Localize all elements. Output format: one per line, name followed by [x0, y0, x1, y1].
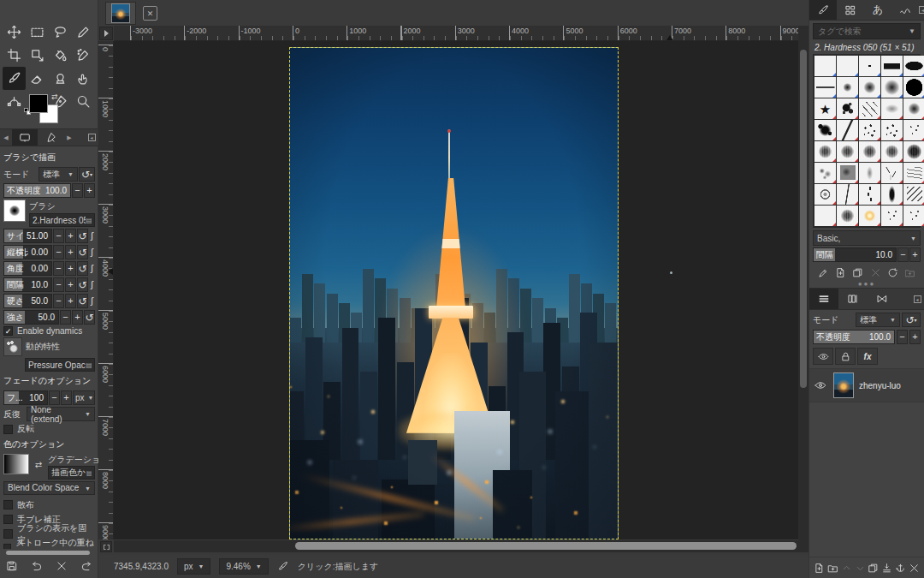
paths-tool[interactable] — [3, 90, 26, 113]
slider[interactable]: 縦横比0.00 — [3, 245, 52, 259]
decrease-button[interactable]: − — [53, 245, 64, 259]
increase-button[interactable]: + — [72, 310, 83, 325]
option-checkbox[interactable]: 散布 — [3, 498, 95, 511]
brush-cell[interactable] — [814, 120, 836, 140]
spacing-increase-button[interactable]: + — [909, 247, 921, 262]
brush-preview[interactable] — [3, 200, 26, 222]
brush-cell[interactable] — [814, 184, 836, 205]
blend-color-space-dropdown[interactable]: Blend Color Space 知覚的...▼ — [3, 481, 95, 495]
gradient-field[interactable]: 描画色から▤ — [48, 466, 95, 480]
brush-cell[interactable] — [859, 206, 880, 226]
delete-layer-button[interactable] — [908, 560, 921, 575]
brush-cell[interactable] — [881, 77, 903, 98]
paintbrush-tool[interactable] — [3, 67, 26, 90]
curve-icon[interactable]: ʃ — [89, 277, 95, 292]
clone-tool[interactable] — [49, 67, 72, 90]
gradient-preview[interactable] — [3, 454, 29, 474]
mode-dropdown[interactable]: 標準▼ — [38, 167, 78, 182]
dock-tabs-right-arrow[interactable]: ▶ — [63, 129, 75, 146]
canvas-image[interactable] — [289, 47, 619, 539]
slider[interactable]: 角度0.00 — [3, 261, 52, 276]
brushes-tab[interactable] — [809, 0, 837, 20]
reset-button[interactable]: ↺ — [84, 310, 95, 325]
curve-icon[interactable]: ʃ — [89, 261, 95, 276]
brush-cell[interactable] — [814, 206, 836, 226]
transform-tool[interactable] — [26, 44, 49, 67]
free-select-tool[interactable] — [49, 21, 72, 44]
merge-down-button[interactable] — [880, 560, 893, 575]
canvas-viewport[interactable] — [114, 41, 798, 539]
search-expand-icon[interactable]: ▼ — [909, 27, 915, 35]
curve-icon[interactable]: ʃ — [89, 294, 95, 308]
layers-tab[interactable] — [809, 289, 838, 309]
brush-cell[interactable] — [903, 163, 924, 183]
layer-row[interactable]: zhenyu-luo — [809, 369, 924, 402]
increase-button[interactable]: + — [65, 229, 76, 243]
ruler-corner-menu[interactable] — [99, 27, 113, 40]
panel-resize-handle[interactable] — [6, 551, 90, 555]
option-checkbox[interactable]: ストローク中の重ね塗り — [3, 542, 95, 549]
fonts-tab[interactable]: あ — [864, 0, 891, 20]
measure-tool[interactable] — [72, 21, 95, 44]
zoom-dropdown[interactable]: 9.46%▼ — [219, 558, 268, 575]
fade-decrease-button[interactable]: − — [49, 390, 60, 405]
layer-opacity-decrease-button[interactable]: − — [897, 330, 908, 344]
brush-cell[interactable] — [903, 98, 924, 119]
increase-button[interactable]: + — [65, 245, 76, 259]
brush-name-field[interactable]: 2.Hardness 050▤ — [29, 213, 95, 227]
brush-cell[interactable] — [881, 98, 903, 119]
lock-visibility-toggle[interactable] — [813, 348, 833, 365]
brush-cell[interactable] — [859, 163, 880, 183]
layer-opacity-increase-button[interactable]: + — [909, 330, 921, 344]
increase-button[interactable]: + — [65, 294, 76, 308]
brush-cell[interactable] — [837, 206, 858, 226]
reset-button[interactable]: ↺ — [77, 294, 88, 308]
vertical-ruler[interactable]: 0100020003000400050006000700080009000 — [98, 41, 114, 539]
brush-cell[interactable] — [837, 77, 858, 98]
enable-dynamics-checkbox[interactable]: ✓Enable dynamics — [3, 326, 95, 336]
brush-cell[interactable] — [837, 56, 858, 76]
tab-device-status[interactable] — [38, 129, 63, 146]
patterns-tab[interactable] — [837, 0, 864, 20]
brush-cell[interactable] — [903, 184, 924, 205]
unit-dropdown[interactable]: px▼ — [177, 558, 211, 575]
tab-tool-options[interactable] — [12, 129, 38, 146]
new-layer-group-button[interactable] — [826, 560, 839, 575]
horizontal-ruler[interactable]: -3000-2000-10000100020003000400050006000… — [114, 26, 798, 41]
duplicate-layer-button[interactable] — [867, 560, 880, 575]
slider[interactable]: サイ...51.00 — [3, 229, 52, 243]
brush-cell[interactable] — [903, 120, 924, 140]
brush-cell[interactable] — [881, 56, 903, 76]
brushes-dock-menu-icon[interactable]: ◂ — [919, 0, 924, 20]
mode-reset-button[interactable]: ↺▾ — [79, 167, 95, 182]
opacity-decrease-button[interactable]: − — [72, 183, 83, 198]
brush-cell[interactable] — [859, 77, 880, 98]
fade-unit-dropdown[interactable]: px▼ — [73, 390, 95, 405]
layer-opacity-slider[interactable]: 不透明度 100.0 — [813, 330, 895, 344]
brush-cell[interactable] — [859, 56, 880, 76]
opacity-increase-button[interactable]: + — [84, 183, 95, 198]
brush-spacing-slider[interactable]: 間隔 10.0 — [813, 247, 897, 262]
brush-cell[interactable] — [881, 120, 903, 140]
dynamics-icon[interactable] — [3, 337, 22, 356]
gradient-flip-icon[interactable]: ⇄ — [33, 454, 44, 474]
foreground-color-swatch[interactable] — [29, 94, 48, 113]
reset-button[interactable]: ↺ — [77, 261, 88, 276]
swap-colors-icon[interactable]: ⇄ — [51, 92, 58, 101]
curve-icon[interactable]: ʃ — [89, 229, 95, 243]
dock-drag-handle[interactable]: ●●● — [809, 281, 924, 287]
brush-cell[interactable] — [881, 141, 903, 162]
vertical-scrollbar[interactable] — [798, 26, 808, 552]
bucket-fill-tool[interactable] — [49, 44, 72, 67]
brush-cell[interactable] — [859, 120, 880, 140]
repeat-dropdown[interactable]: None (extend)▼ — [27, 407, 95, 421]
reverse-checkbox[interactable]: 反転 — [3, 423, 95, 435]
layer-mode-dropdown[interactable]: 標準▼ — [856, 313, 900, 327]
dock-menu-icon[interactable]: ◂ — [85, 129, 98, 146]
save-tool-preset-button[interactable] — [3, 557, 21, 575]
decrease-button[interactable]: − — [53, 294, 64, 308]
brush-cell[interactable] — [837, 98, 858, 119]
brush-cell[interactable] — [837, 141, 858, 162]
decrease-button[interactable]: − — [53, 261, 64, 276]
brush-cell[interactable] — [903, 77, 924, 98]
